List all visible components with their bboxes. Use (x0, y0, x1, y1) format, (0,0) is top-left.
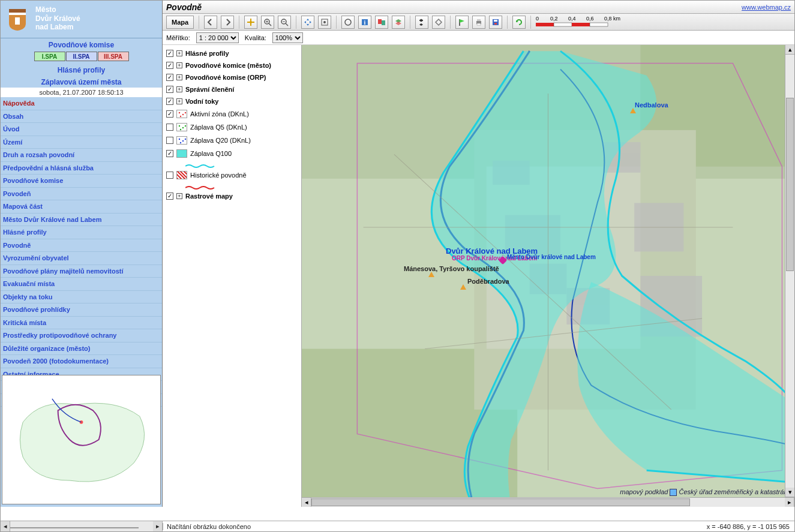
scroll-track[interactable] (785, 55, 794, 488)
layer-checkbox[interactable]: ✓ (166, 98, 173, 105)
layer-row: ✓Aktivní zóna (DKnL) (166, 110, 298, 118)
layer-label[interactable]: Aktivní zóna (DKnL) (190, 110, 249, 118)
layer-checkbox[interactable]: ✓ (166, 86, 173, 93)
print-button[interactable] (472, 16, 485, 29)
svg-point-7 (345, 19, 351, 25)
circle-tool-button[interactable] (341, 16, 355, 29)
full-extent-button[interactable] (318, 16, 331, 29)
nav-item[interactable]: Prostředky protipovodňové ochrany (1, 329, 162, 342)
nav-item[interactable]: Evakuační místa (1, 278, 162, 291)
layer-label[interactable]: Záplava Q5 (DKnL) (190, 124, 247, 131)
quality-select[interactable]: 100% (272, 32, 303, 43)
scroll-thumb[interactable] (10, 527, 139, 528)
webmap-link[interactable]: www.webmap.cz (742, 4, 791, 11)
spa-button-2[interactable]: II.SPA (66, 52, 97, 61)
extent-button[interactable] (301, 16, 314, 29)
scroll-right-icon[interactable]: ▸ (153, 521, 163, 531)
layer-label[interactable]: Záplava Q100 (190, 150, 232, 157)
nav-item[interactable]: Povodňové prohlídky (1, 303, 162, 317)
sidebar-scrollbar[interactable]: ◂ ▸ (1, 521, 163, 531)
layer-label[interactable]: Historické povodně (190, 172, 247, 179)
link-zaplavova-uzemi[interactable]: Záplavová území města (1, 76, 162, 88)
zoom-out-button[interactable] (278, 16, 291, 29)
map-vertical-scrollbar[interactable]: ▴ ▾ (785, 45, 794, 497)
spa-button-1[interactable]: I.SPA (34, 52, 65, 61)
layer-label[interactable]: Vodní toky (185, 98, 218, 105)
nav-item[interactable]: Mapová část (1, 200, 162, 214)
link-povodnove-komise[interactable]: Povodňové komise (1, 38, 162, 50)
content-row: ✓+Hlásné profily✓+Povodňové komice (měst… (163, 45, 794, 507)
overview-map[interactable] (2, 375, 161, 504)
layer-checkbox[interactable] (166, 124, 173, 131)
link-hlasne-profily[interactable]: Hlásné profily (1, 64, 162, 76)
nav-item[interactable]: Povodně (1, 239, 162, 253)
layer-checkbox[interactable]: ✓ (166, 110, 173, 118)
nav-item[interactable]: Druh a rozsah povodní (1, 149, 162, 162)
flag-button[interactable] (455, 16, 469, 29)
layer-label[interactable]: Povodňové komice (město) (185, 62, 271, 69)
layer-label[interactable]: Hlásné profily (185, 50, 229, 57)
expand-icon[interactable]: + (176, 74, 182, 80)
spa-button-3[interactable]: III.SPA (98, 52, 129, 61)
refresh-button[interactable] (512, 16, 526, 29)
toolbar-sep (410, 16, 410, 29)
layer-label[interactable]: Povodňové komise (ORP) (185, 74, 266, 81)
layer-checkbox[interactable]: ✓ (166, 150, 173, 157)
scroll-thumb[interactable] (311, 498, 690, 506)
scroll-right-icon[interactable]: ▸ (785, 498, 794, 507)
back-button[interactable] (204, 16, 217, 29)
nav-item[interactable]: Obsah (1, 110, 162, 124)
measure-button[interactable] (432, 16, 445, 29)
nav-item[interactable]: Kritická místa (1, 317, 162, 330)
identify-button[interactable] (375, 16, 388, 29)
toolbar-sep (530, 16, 531, 29)
layer-checkbox[interactable]: ✓ (166, 62, 173, 69)
expand-icon[interactable]: + (176, 50, 182, 56)
layer-label[interactable]: Záplava Q20 (DKnL) (190, 137, 251, 144)
nav-item[interactable]: Povodňové komise (1, 175, 162, 188)
expand-icon[interactable]: + (176, 86, 182, 92)
layer-label[interactable]: Rastrové mapy (185, 193, 233, 200)
scroll-down-icon[interactable]: ▾ (785, 488, 794, 497)
nav-item[interactable]: Město Dvůr Králové nad Labem (1, 214, 162, 227)
layers-button[interactable] (392, 16, 405, 29)
nav-item[interactable]: Hlásné profily (1, 226, 162, 239)
nav-item[interactable]: Území (1, 136, 162, 149)
svg-rect-18 (536, 23, 554, 26)
expand-icon[interactable]: + (176, 62, 182, 68)
toolbar-sep (296, 16, 296, 29)
search-button[interactable] (415, 16, 428, 29)
expand-icon[interactable]: + (176, 98, 182, 104)
scroll-track[interactable] (311, 498, 785, 507)
scroll-thumb[interactable] (786, 98, 794, 271)
expand-icon[interactable]: + (176, 193, 182, 199)
nav-item[interactable]: Povodňové plány majitelů nemovitostí (1, 265, 162, 278)
scroll-left-icon[interactable]: ◂ (1, 521, 10, 531)
save-button[interactable] (489, 16, 502, 29)
map-view[interactable]: Nedbalova Dvůr Králové nad Labem ORP Dvů… (302, 45, 794, 507)
scroll-up-icon[interactable]: ▴ (785, 45, 794, 55)
scale-select[interactable]: 1 : 20 000 (196, 32, 239, 43)
zoom-in-button[interactable] (261, 16, 274, 29)
nav-item[interactable]: Vyrozumění obyvatel (1, 252, 162, 265)
layer-checkbox[interactable]: ✓ (166, 193, 173, 200)
layer-checkbox[interactable] (166, 137, 173, 144)
nav-item[interactable]: Úvod (1, 123, 162, 136)
map-mode-button[interactable]: Mapa (166, 16, 194, 29)
forward-button[interactable] (221, 16, 234, 29)
layer-checkbox[interactable]: ✓ (166, 74, 173, 81)
info-button[interactable]: i (358, 16, 371, 29)
nav-item[interactable]: Důležité organizace (město) (1, 342, 162, 356)
pan-button[interactable] (244, 16, 257, 29)
layer-checkbox[interactable] (166, 172, 173, 179)
layer-row: ✓+Hlásné profily (166, 50, 298, 57)
scroll-left-icon[interactable]: ◂ (302, 498, 311, 507)
layer-label[interactable]: Správní členění (185, 86, 234, 93)
nav-item[interactable]: Předpovědní a hlásná služba (1, 162, 162, 175)
nav-item[interactable]: Povodeň (1, 188, 162, 201)
layer-checkbox[interactable]: ✓ (166, 50, 173, 57)
nav-item[interactable]: Povodeň 2000 (fotodokumentace) (1, 355, 162, 368)
nav-item[interactable]: Objekty na toku (1, 291, 162, 304)
nav-item[interactable]: Nápověda (1, 97, 162, 110)
map-horizontal-scrollbar[interactable]: ◂ ▸ (302, 497, 794, 507)
